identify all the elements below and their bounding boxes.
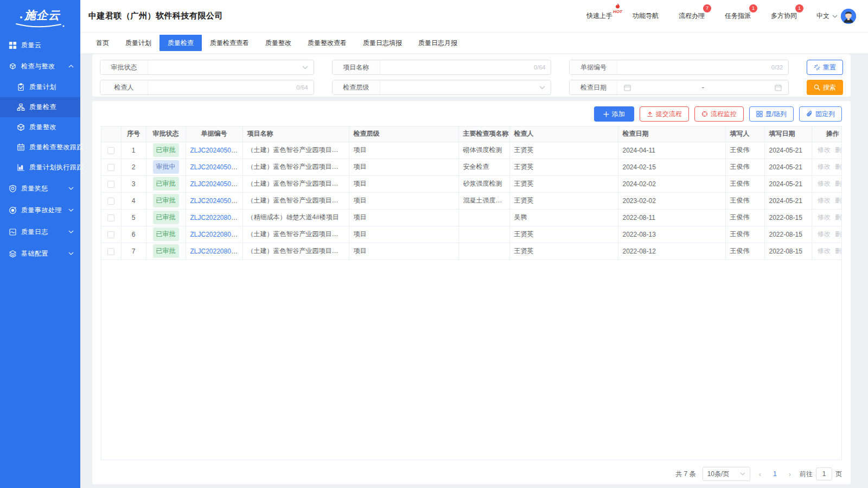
fixed-cols-button[interactable]: 固定列	[799, 106, 842, 122]
prev-page-button[interactable]: ‹	[757, 470, 763, 478]
page-size-select[interactable]: 10条/页	[703, 467, 750, 481]
edit-link[interactable]: 修改	[818, 163, 831, 170]
edit-link[interactable]: 修改	[818, 180, 831, 187]
tab-quality-log-monthly[interactable]: 质量日志月报	[410, 35, 465, 51]
search-button[interactable]: 搜索	[807, 80, 843, 95]
tab-quality-check[interactable]: 质量检查	[159, 35, 202, 51]
sidebar-item-check-rectify[interactable]: 检查与整改	[0, 55, 80, 77]
sidebar-item-base-config[interactable]: 基础配置	[0, 243, 80, 264]
sidebar-item-quality-check[interactable]: 质量检查	[0, 97, 80, 117]
tab-quality-check-view[interactable]: 质量检查查看	[202, 35, 257, 51]
tab-quality-rectify[interactable]: 质量整改	[257, 35, 299, 51]
check-level-select[interactable]	[380, 80, 540, 94]
row-checkbox[interactable]	[107, 147, 114, 154]
sidebar-item-plan-exec-track[interactable]: 质量计划执行跟踪	[0, 157, 80, 178]
delete-link[interactable]: 删除	[835, 197, 842, 204]
nav-task-assign[interactable]: 任务指派1	[725, 11, 751, 21]
flow-monitor-button[interactable]: 流程监控	[694, 106, 744, 122]
row-checkbox[interactable]	[107, 214, 114, 221]
filter-check-date[interactable]: 检查日期 -	[569, 80, 789, 95]
data-table: 序号审批状态单据编号项目名称检查层级主要检查项名称检查人检查日期填写人填写日期操…	[101, 126, 842, 260]
column-header: 填写日期	[764, 126, 812, 142]
project-name-input[interactable]	[380, 60, 534, 74]
filter-project-name[interactable]: 项目名称 0/64	[332, 60, 552, 75]
doc-no-link[interactable]: ZLJC2024050443	[190, 197, 242, 205]
doc-no-link[interactable]: ZLJC2024050445	[190, 163, 242, 171]
sidebar-item-quality-accident[interactable]: 质量事故处理	[0, 199, 80, 221]
sidebar-item-quality-plan[interactable]: 质量计划	[0, 77, 80, 97]
sidebar-item-quality-reward[interactable]: 质量奖惩	[0, 178, 80, 199]
sidebar-item-quality-rectify[interactable]: 质量整改	[0, 117, 80, 137]
cell-operations: 修改删除	[812, 159, 842, 175]
sidebar-item-quality-cloud[interactable]: 质量云	[0, 35, 80, 55]
reset-button[interactable]: 重置	[807, 60, 843, 75]
submit-flow-button[interactable]: 提交流程	[640, 106, 689, 122]
doc-no-link[interactable]: ZLJC2022080172	[190, 248, 242, 255]
cell-operations: 修改删除	[812, 209, 842, 226]
filter-doc-no[interactable]: 单据编号 0/32	[569, 60, 789, 75]
plus-icon	[603, 111, 609, 117]
approval-status-select[interactable]	[148, 60, 302, 74]
tab-quality-rectify-view[interactable]: 质量整改查看	[299, 35, 355, 51]
sidebar-item-label: 质量奖惩	[21, 184, 48, 193]
show-hide-cols-button[interactable]: 显/隐列	[749, 106, 794, 122]
cell-check-date: 2024-02-02	[618, 175, 725, 192]
edit-link[interactable]: 修改	[818, 213, 831, 221]
cell-project: （精细成本）雄楚大道4#楼项目	[242, 209, 349, 226]
nav-multi-collab[interactable]: 多方协同1	[771, 11, 797, 21]
user-avatar[interactable]	[841, 9, 856, 24]
inspector-input[interactable]	[148, 80, 296, 94]
calendar-icon[interactable]	[775, 84, 782, 91]
delete-link[interactable]: 删除	[835, 146, 842, 154]
row-checkbox[interactable]	[107, 231, 114, 238]
next-page-button[interactable]: ›	[787, 470, 793, 478]
row-checkbox[interactable]	[107, 248, 114, 255]
cell-seq: 1	[121, 142, 146, 159]
cell-filler: 王俊伟	[725, 226, 764, 243]
sidebar-item-check-rectify-track[interactable]: 质量检查整改跟踪	[0, 137, 80, 157]
submit-flow-label: 提交流程	[656, 110, 682, 119]
tab-quality-plan[interactable]: 质量计划	[117, 35, 159, 51]
delete-link[interactable]: 删除	[835, 230, 842, 238]
chevron-down-icon	[302, 66, 314, 69]
nav-feature-nav[interactable]: 功能导航	[633, 11, 659, 21]
calendar-icon[interactable]	[624, 84, 631, 91]
row-checkbox[interactable]	[107, 181, 114, 188]
delete-link[interactable]: 删除	[835, 247, 842, 255]
tab-home[interactable]: 首页	[88, 35, 117, 51]
add-button[interactable]: 添加	[594, 106, 634, 122]
row-checkbox[interactable]	[107, 164, 114, 171]
delete-link[interactable]: 删除	[835, 180, 842, 187]
nav-quick-start[interactable]: 快速上手HOT	[586, 11, 612, 21]
table-body: 1已审批ZLJC2024050446（土建）蓝色智谷产业园项目施工总承...项目…	[101, 142, 842, 259]
goto-page-input[interactable]	[816, 467, 832, 480]
status-badge: 已审批	[153, 194, 179, 207]
doc-no-link[interactable]: ZLJC2022080173	[190, 231, 242, 238]
tab-quality-log-fill[interactable]: 质量日志填报	[355, 35, 410, 51]
nav-flow-handle[interactable]: 流程办理7	[679, 11, 705, 21]
doc-no-link[interactable]: ZLJC2024050444	[190, 180, 242, 188]
sidebar-item-quality-log[interactable]: 质量日志	[0, 221, 80, 243]
cell-inspector: 王贤英	[509, 159, 618, 175]
filter-check-level[interactable]: 检查层级	[332, 80, 552, 95]
filter-inspector[interactable]: 检查人 0/64	[100, 80, 314, 95]
edit-link[interactable]: 修改	[818, 146, 831, 154]
cell-project: （土建）蓝色智谷产业园项目施工总承...	[242, 226, 349, 243]
current-page[interactable]: 1	[770, 470, 780, 478]
cell-check-date: 2023-02-02	[618, 192, 725, 209]
goto-label: 前往	[800, 470, 813, 479]
language-switch[interactable]: 中文	[816, 11, 838, 21]
row-checkbox[interactable]	[107, 198, 114, 205]
doc-no-input[interactable]	[617, 60, 771, 74]
delete-link[interactable]: 删除	[835, 163, 842, 170]
filter-approval-status[interactable]: 审批状态	[100, 60, 314, 75]
edit-link[interactable]: 修改	[818, 230, 831, 238]
edit-link[interactable]: 修改	[818, 197, 831, 204]
nav-label: 多方协同	[771, 12, 797, 20]
edit-link[interactable]: 修改	[818, 247, 831, 255]
doc-no-link[interactable]: ZLJC2022080174	[190, 214, 242, 221]
doc-no-link[interactable]: ZLJC2024050446	[190, 147, 242, 154]
table-row: 6已审批ZLJC2022080173（土建）蓝色智谷产业园项目施工总承...项目…	[101, 226, 842, 243]
logo-swoosh	[15, 23, 65, 28]
delete-link[interactable]: 删除	[835, 213, 842, 221]
